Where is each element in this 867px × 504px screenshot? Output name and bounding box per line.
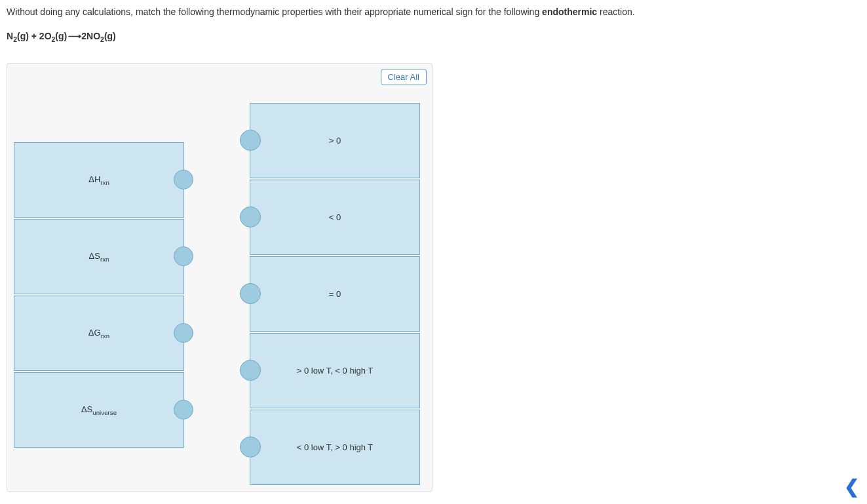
connector-slot[interactable]: [240, 436, 261, 457]
sign-label: < 0 low T, > 0 high T: [297, 442, 374, 452]
main-letter: H: [94, 174, 100, 184]
connector-slot[interactable]: [240, 360, 261, 381]
connector-peg[interactable]: [174, 170, 193, 189]
lhs2-phase: (g): [55, 31, 67, 41]
sign-label: > 0: [329, 136, 341, 145]
question-text: Without doing any calculations, match th…: [7, 5, 860, 19]
property-tile-dh[interactable]: ΔHrxn: [14, 142, 184, 218]
sign-tile-gt0[interactable]: > 0: [250, 103, 420, 178]
sign-tile-lt0[interactable]: < 0: [250, 180, 420, 255]
lhs1-phase: (g): [17, 31, 29, 41]
connector-slot[interactable]: [240, 130, 261, 151]
matching-panel: Clear All ΔHrxn ΔSrxn ΔGrxn: [7, 63, 433, 492]
subscript: rxn: [100, 178, 109, 185]
left-column: ΔHrxn ΔSrxn ΔGrxn ΔSuniverse: [14, 142, 184, 448]
subscript: rxn: [101, 332, 110, 339]
arrow-icon: ⟶: [67, 31, 81, 41]
lhs2-base: O: [45, 31, 52, 41]
rhs-coef: 2: [81, 31, 87, 41]
sign-label: = 0: [329, 289, 341, 299]
question-post: reaction.: [597, 7, 635, 17]
connector-peg[interactable]: [174, 323, 193, 343]
connector-peg[interactable]: [174, 246, 193, 266]
delta-symbol: Δ: [88, 174, 94, 184]
connector-slot[interactable]: [240, 206, 261, 227]
property-tile-dg[interactable]: ΔGrxn: [14, 296, 184, 371]
right-column: > 0 < 0 = 0 > 0 low T, < 0 high T < 0 lo…: [250, 103, 420, 485]
question-pre: Without doing any calculations, match th…: [7, 7, 542, 17]
chevron-left-icon[interactable]: ❮: [844, 478, 859, 496]
lhs2-coef: 2: [39, 31, 45, 41]
connector-slot[interactable]: [240, 283, 261, 304]
plus: +: [29, 31, 39, 41]
delta-h-label: ΔHrxn: [88, 174, 109, 186]
delta-suniv-label: ΔSuniverse: [81, 404, 117, 416]
delta-symbol: Δ: [88, 328, 94, 338]
sign-tile-eq0[interactable]: = 0: [250, 256, 420, 332]
property-tile-dsuniv[interactable]: ΔSuniverse: [14, 372, 184, 448]
property-tile-ds[interactable]: ΔSrxn: [14, 219, 184, 294]
subscript: rxn: [100, 255, 109, 262]
question-bold: endothermic: [542, 7, 597, 17]
clear-all-button[interactable]: Clear All: [381, 69, 427, 85]
sign-tile-gt0low-lt0high[interactable]: > 0 low T, < 0 high T: [250, 333, 420, 408]
delta-symbol: Δ: [89, 251, 95, 261]
connector-peg[interactable]: [174, 400, 193, 419]
main-letter: S: [87, 404, 93, 414]
main-letter: G: [94, 328, 101, 338]
subscript: universe: [92, 408, 117, 416]
rhs-phase: (g): [104, 31, 116, 41]
main-letter: S: [94, 251, 100, 261]
delta-symbol: Δ: [81, 404, 87, 414]
reaction-equation: N2(g) + 2O2(g)⟶2NO2(g): [7, 31, 860, 43]
delta-s-label: ΔSrxn: [89, 251, 109, 263]
lhs1-base: N: [7, 31, 13, 41]
sign-label: < 0: [329, 212, 341, 222]
sign-label: > 0 low T, < 0 high T: [297, 366, 374, 376]
columns: ΔHrxn ΔSrxn ΔGrxn ΔSuniverse: [14, 70, 425, 485]
rhs-base: NO: [87, 31, 100, 41]
delta-g-label: ΔGrxn: [88, 328, 109, 339]
sign-tile-lt0low-gt0high[interactable]: < 0 low T, > 0 high T: [250, 410, 420, 485]
